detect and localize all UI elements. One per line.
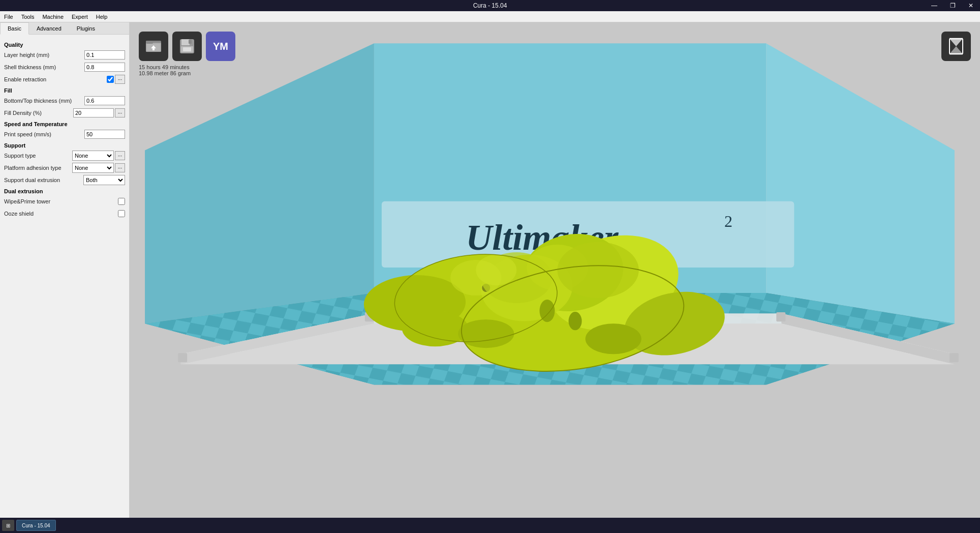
platform-adhesion-row: Platform adhesion type None Brim Raft ··…: [4, 163, 125, 173]
main-layout: Basic Advanced Plugins Quality Layer hei…: [0, 22, 980, 533]
svg-marker-2: [766, 43, 955, 323]
ooze-shield-row: Ooze shield: [4, 209, 125, 219]
ym-icon: YM: [213, 41, 228, 52]
svg-rect-50: [183, 47, 191, 51]
enable-retraction-checkbox[interactable]: [107, 76, 114, 83]
support-dual-extrusion-select[interactable]: Both First extruder Second extruder: [83, 175, 125, 185]
platform-adhesion-dots-button[interactable]: ···: [115, 163, 125, 172]
support-type-dots-button[interactable]: ···: [115, 151, 125, 160]
menu-file[interactable]: File: [0, 12, 17, 21]
tab-basic[interactable]: Basic: [0, 22, 29, 35]
svg-text:2: 2: [724, 212, 732, 230]
platform-adhesion-select[interactable]: None Brim Raft: [72, 163, 114, 173]
taskbar-cura-item[interactable]: Cura - 15.04: [16, 520, 56, 531]
svg-rect-47: [181, 39, 190, 45]
tabs: Basic Advanced Plugins: [0, 22, 129, 35]
support-type-label: Support type: [4, 153, 72, 159]
svg-point-38: [476, 255, 516, 285]
svg-rect-43: [146, 41, 153, 44]
folder-icon: [144, 37, 163, 56]
print-speed-label: Print speed (mm/s): [4, 131, 84, 137]
menu-tools[interactable]: Tools: [17, 12, 39, 21]
wipe-prime-tower-row: Wipe&Prime tower: [4, 196, 125, 206]
viewport[interactable]: Ultimaker 2: [130, 22, 980, 533]
tab-plugins[interactable]: Plugins: [69, 22, 103, 35]
print-info: 15 hours 49 minutes 10.98 meter 86 gram: [139, 64, 191, 76]
ym-button[interactable]: YM: [206, 32, 235, 61]
layer-height-input[interactable]: [84, 50, 125, 60]
retraction-dots-button[interactable]: ···: [115, 75, 125, 84]
print-speed-input[interactable]: [84, 130, 125, 139]
svg-point-29: [458, 319, 514, 348]
close-button[interactable]: ✕: [962, 0, 980, 11]
toolbar: YM: [139, 32, 235, 61]
titlebar: Cura - 15.04 — ❐ ✕: [0, 0, 980, 11]
quality-header: Quality: [4, 42, 125, 48]
fill-density-label: Fill Density (%): [4, 110, 73, 116]
svg-rect-17: [776, 312, 785, 321]
svg-marker-1: [145, 43, 374, 323]
save-button[interactable]: [172, 32, 202, 61]
platform-adhesion-label: Platform adhesion type: [4, 165, 72, 171]
shell-thickness-row: Shell thickness (mm): [4, 62, 125, 72]
fill-density-dots-button[interactable]: ···: [115, 108, 125, 117]
svg-point-32: [539, 300, 555, 322]
svg-rect-14: [178, 353, 187, 362]
ooze-shield-checkbox[interactable]: [118, 210, 125, 217]
svg-point-33: [569, 312, 582, 330]
support-header: Support: [4, 142, 125, 149]
open-file-button[interactable]: [139, 32, 168, 61]
svg-marker-53: [950, 46, 963, 54]
speed-header: Speed and Temperature: [4, 121, 125, 127]
bottom-top-thickness-row: Bottom/Top thickness (mm): [4, 96, 125, 106]
view-mode-icon: [945, 36, 967, 57]
save-icon: [177, 37, 197, 56]
restore-button[interactable]: ❐: [943, 0, 962, 11]
svg-point-30: [586, 323, 641, 354]
shell-thickness-label: Shell thickness (mm): [4, 64, 84, 70]
support-type-row: Support type None Touching buildplate Ev…: [4, 151, 125, 161]
enable-retraction-label: Enable retraction: [4, 76, 107, 82]
bottom-top-thickness-label: Bottom/Top thickness (mm): [4, 98, 84, 104]
menubar: File Tools Machine Expert Help: [0, 11, 980, 22]
bottom-top-thickness-input[interactable]: [84, 96, 125, 105]
support-dual-extrusion-label: Support dual extrusion: [4, 177, 83, 183]
svg-rect-15: [950, 353, 959, 362]
wipe-prime-tower-checkbox[interactable]: [118, 198, 125, 205]
menu-help[interactable]: Help: [92, 12, 112, 21]
ooze-shield-label: Ooze shield: [4, 211, 118, 217]
support-dual-extrusion-row: Support dual extrusion Both First extrud…: [4, 175, 125, 185]
taskbar: ⊞ Cura - 15.04: [0, 518, 980, 533]
print-speed-row: Print speed (mm/s): [4, 129, 125, 139]
minimize-button[interactable]: —: [925, 0, 943, 11]
left-panel: Basic Advanced Plugins Quality Layer hei…: [0, 22, 130, 533]
platform-adhesion-select-wrapper: None Brim Raft ···: [72, 163, 125, 173]
menu-expert[interactable]: Expert: [68, 12, 92, 21]
start-button[interactable]: ⊞: [2, 520, 14, 531]
svg-rect-48: [189, 40, 192, 44]
scene-svg: Ultimaker 2: [130, 22, 980, 533]
print-material: 10.98 meter 86 gram: [139, 70, 191, 76]
window-controls: — ❐ ✕: [925, 0, 980, 11]
print-time: 15 hours 49 minutes: [139, 64, 191, 70]
fill-density-input[interactable]: [73, 108, 114, 117]
svg-marker-52: [950, 39, 963, 46]
window-title: Cura - 15.04: [473, 2, 507, 9]
wipe-prime-tower-label: Wipe&Prime tower: [4, 198, 118, 204]
dual-extrusion-header: Dual extrusion: [4, 188, 125, 194]
support-type-select-wrapper: None Touching buildplate Everywhere ···: [72, 151, 125, 161]
menu-machine[interactable]: Machine: [38, 12, 68, 21]
settings-panel: Quality Layer height (mm) Shell thicknes…: [0, 35, 129, 533]
view-mode-button[interactable]: [941, 32, 971, 61]
shell-thickness-input[interactable]: [84, 63, 125, 72]
support-type-select[interactable]: None Touching buildplate Everywhere: [72, 151, 114, 161]
enable-retraction-row: Enable retraction ···: [4, 74, 125, 84]
svg-point-36: [558, 242, 639, 298]
fill-header: Fill: [4, 87, 125, 94]
3d-scene: Ultimaker 2: [130, 22, 980, 533]
layer-height-label: Layer height (mm): [4, 52, 84, 58]
fill-density-row: Fill Density (%) ···: [4, 108, 125, 118]
tab-advanced[interactable]: Advanced: [29, 22, 69, 35]
layer-height-row: Layer height (mm): [4, 50, 125, 60]
